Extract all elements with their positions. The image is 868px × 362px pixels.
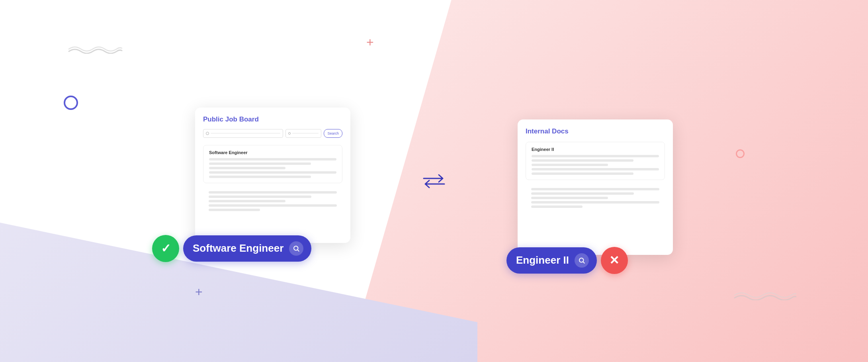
check-icon: ✓ bbox=[161, 241, 171, 255]
left-search-bar: Search bbox=[203, 129, 342, 138]
left-browser-card: Public Job Board Search Software Enginee… bbox=[195, 108, 350, 243]
left-card-bottom-lines bbox=[203, 187, 342, 215]
location-icon-small bbox=[288, 132, 291, 135]
right-card-bottom-lines bbox=[526, 184, 665, 212]
left-search-input[interactable] bbox=[203, 129, 283, 138]
left-job-card: Software Engineer bbox=[203, 145, 342, 183]
right-card-wrapper: Internal Docs Engineer II bbox=[518, 119, 673, 255]
left-search-button[interactable]: Search bbox=[324, 129, 342, 138]
left-job-title: Software Engineer bbox=[209, 150, 336, 155]
exchange-arrows-svg bbox=[422, 173, 446, 189]
search-icon-small bbox=[206, 132, 209, 135]
exchange-arrows-container bbox=[422, 173, 446, 189]
left-card-wrapper: Public Job Board Search Software Enginee… bbox=[195, 108, 350, 243]
left-job-lines bbox=[209, 158, 336, 178]
left-pill-search-icon bbox=[289, 241, 303, 256]
right-job-card: Engineer II bbox=[526, 142, 665, 180]
right-search-pill[interactable]: Engineer II bbox=[506, 247, 597, 274]
left-location-input[interactable] bbox=[285, 129, 321, 138]
svg-line-1 bbox=[298, 250, 299, 251]
right-job-lines bbox=[532, 155, 659, 175]
right-browser-card: Internal Docs Engineer II bbox=[518, 119, 673, 255]
right-job-title: Engineer II bbox=[532, 147, 659, 152]
left-pill-text: Software Engineer bbox=[193, 242, 283, 254]
left-pill-row: ✓ Software Engineer bbox=[152, 235, 311, 262]
close-circle[interactable]: ✕ bbox=[601, 247, 628, 274]
close-icon: ✕ bbox=[609, 253, 619, 267]
left-search-pill[interactable]: Software Engineer bbox=[183, 235, 311, 262]
check-circle: ✓ bbox=[152, 235, 179, 262]
main-content: Public Job Board Search Software Enginee… bbox=[0, 0, 868, 362]
right-card-title: Internal Docs bbox=[526, 127, 665, 135]
left-card-title: Public Job Board bbox=[203, 115, 342, 123]
svg-line-3 bbox=[583, 262, 584, 263]
right-pill-text: Engineer II bbox=[516, 254, 569, 266]
right-pill-search-icon bbox=[575, 253, 589, 268]
right-pill-row: Engineer II ✕ bbox=[506, 247, 628, 274]
